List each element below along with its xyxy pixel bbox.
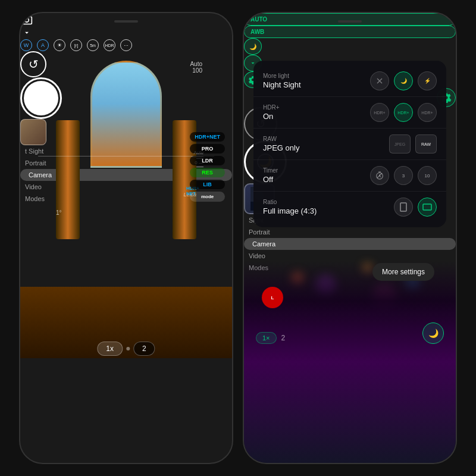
timer-category: Timer: [263, 167, 370, 174]
night-sight-label: More light Night Sight: [263, 73, 370, 89]
hdr-value: On: [263, 112, 370, 121]
ratio-options: [394, 198, 437, 217]
svg-rect-4: [423, 204, 431, 210]
mode-button[interactable]: mode: [190, 192, 225, 202]
raw-opt[interactable]: RAW: [415, 134, 437, 154]
setting-row-ratio: Ratio Full image (4:3): [253, 192, 446, 223]
zoom-2-btn[interactable]: 2: [133, 342, 155, 356]
setting-row-timer: Timer Off 3: [253, 160, 446, 192]
setting-row-night-sight: More light Night Sight 🌙 ⚡: [253, 65, 446, 97]
timer-3s-opt[interactable]: 3: [394, 166, 413, 185]
ratio-value: Full image (4:3): [263, 206, 394, 215]
phone2-night-btn[interactable]: 🌙: [422, 322, 444, 344]
night-sight-category: More light: [263, 73, 370, 79]
svg-rect-3: [400, 203, 406, 211]
arch-center: [90, 61, 162, 168]
arch-overlay: [20, 49, 232, 358]
raw-options: JPEG RAW: [389, 134, 437, 154]
phone1-speaker: [114, 20, 138, 23]
hdr-off-opt[interactable]: HDR+: [370, 103, 389, 122]
phone1-top-bar: W A ☀ [r] 5m HDR ···: [20, 13, 232, 51]
mode-pro[interactable]: PRO: [190, 144, 225, 154]
chevron-down-icon[interactable]: [20, 26, 33, 39]
auto-btn[interactable]: AUTO: [244, 13, 456, 26]
phone2-zoom-1x[interactable]: 1×: [256, 332, 277, 344]
awb-btn[interactable]: AWB: [244, 26, 456, 38]
hdr-label: HDR+ On: [263, 104, 370, 121]
zoom-1x-btn[interactable]: 1x: [97, 342, 123, 356]
mode-hdr-net[interactable]: HDR+NET: [190, 132, 225, 142]
svg-rect-0: [22, 17, 32, 24]
vf-auto-text: Auto100: [190, 61, 202, 74]
night-sight-options: 🌙 ⚡: [370, 71, 437, 90]
mode-ldr[interactable]: LDR: [190, 156, 225, 165]
leica-badge: L: [262, 287, 283, 308]
mode-res[interactable]: RES: [190, 168, 225, 177]
arch-left-col: [56, 120, 80, 239]
timer-label: Timer Off: [263, 167, 370, 184]
night-sight-value: Night Sight: [263, 80, 370, 89]
phone1-zoom-bar: 1x 2: [97, 342, 155, 356]
moon-top-icon[interactable]: 🌙: [244, 38, 262, 55]
timer-value: Off: [263, 175, 370, 184]
timer-off-opt[interactable]: [370, 166, 389, 185]
flash-opt[interactable]: ⚡: [418, 71, 437, 90]
phone2-speaker: [338, 20, 362, 23]
ratio-label: Ratio Full image (4:3): [263, 199, 394, 215]
hdr-options: HDR+ HDR+ HDR+: [370, 103, 437, 122]
phone1-screen: W A ☀ [r] 5m HDR ··· Auto100 Leica 1° HD…: [20, 13, 232, 205]
hdr-plus-opt[interactable]: HDR+: [418, 103, 437, 122]
phones-container: W A ☀ [r] 5m HDR ··· Auto100 Leica 1° HD…: [0, 0, 476, 476]
vf-horizon-line: [38, 156, 214, 156]
night-sight-opt[interactable]: 🌙: [394, 71, 413, 90]
mode-lib[interactable]: LIB: [190, 180, 225, 189]
phone-2: AUTO AWB 🌙: [243, 12, 457, 464]
raw-category: RAW: [263, 136, 389, 142]
phone2-tab-video[interactable]: Video: [244, 250, 456, 262]
ratio-portrait-opt[interactable]: [394, 198, 413, 217]
night-off-opt[interactable]: [370, 71, 389, 90]
settings-panel: More light Night Sight 🌙 ⚡: [253, 61, 446, 227]
zoom-separator: [126, 347, 130, 350]
raw-value: JPEG only: [263, 143, 389, 152]
ratio-landscape-opt[interactable]: [418, 198, 437, 217]
hdr-category: HDR+: [263, 104, 370, 111]
more-settings-btn[interactable]: More settings: [372, 263, 434, 281]
camera-flip-icon[interactable]: [20, 13, 33, 26]
ratio-category: Ratio: [263, 199, 394, 205]
jpeg-opt[interactable]: JPEG: [389, 134, 411, 154]
svg-point-1: [25, 18, 29, 23]
vf-degree-text: 1°: [56, 209, 62, 216]
phone2-tab-portrait[interactable]: Portrait: [244, 226, 456, 238]
mode-pills-list: HDR+NET PRO LDR RES LIB mode: [190, 132, 225, 202]
phone2-zoom-2[interactable]: 2: [281, 334, 286, 342]
hdr-on-opt[interactable]: HDR+: [394, 103, 413, 122]
setting-row-hdr: HDR+ On HDR+ HDR+ HDR+: [253, 97, 446, 129]
phone-1: W A ☀ [r] 5m HDR ··· Auto100 Leica 1° HD…: [19, 12, 233, 464]
raw-label: RAW JPEG only: [263, 136, 389, 152]
timer-options: 3 10: [370, 166, 437, 185]
setting-row-raw: RAW JPEG only JPEG RAW: [253, 129, 446, 160]
phone2-tab-camera[interactable]: Camera: [244, 238, 456, 250]
timer-10s-opt[interactable]: 10: [418, 166, 437, 185]
phone2-screen: AUTO AWB 🌙: [244, 13, 456, 274]
